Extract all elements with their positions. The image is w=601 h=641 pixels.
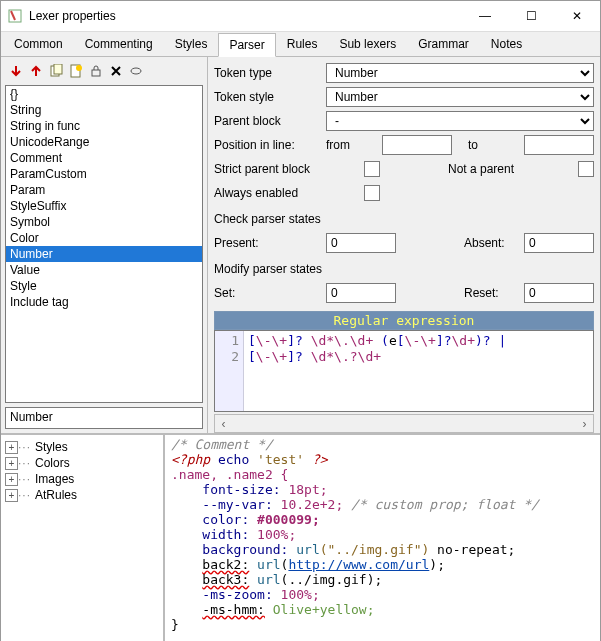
tree-item-colors[interactable]: +···Colors xyxy=(3,455,161,471)
tree-item-styles[interactable]: +···Styles xyxy=(3,439,161,455)
tab-commenting[interactable]: Commenting xyxy=(74,32,164,56)
rule-listbox[interactable]: {} String String in func UnicodeRange Co… xyxy=(5,85,203,403)
from-label: from xyxy=(326,138,374,152)
check-states-label: Check parser states xyxy=(214,212,414,226)
svg-rect-2 xyxy=(54,64,62,74)
list-item[interactable]: Symbol xyxy=(6,214,202,230)
rule-name-field[interactable]: Number xyxy=(5,407,203,429)
regex-editor[interactable]: 12 [\-\+]? \d*\.\d+ (e[\-\+]?\d+)? | [\-… xyxy=(214,330,594,412)
svg-rect-5 xyxy=(92,70,100,76)
preview-panel: /* Comment */ <?php echo 'test' ?> .name… xyxy=(165,435,600,641)
list-item[interactable]: Include tag xyxy=(6,294,202,310)
tab-parser[interactable]: Parser xyxy=(218,33,275,57)
list-item[interactable]: {} xyxy=(6,86,202,102)
always-enabled-label: Always enabled xyxy=(214,186,364,200)
parser-panel: {} String String in func UnicodeRange Co… xyxy=(1,57,600,433)
edit-icon[interactable] xyxy=(127,62,145,80)
set-label: Set: xyxy=(214,286,326,300)
to-label: to xyxy=(468,138,516,152)
regex-gutter: 12 xyxy=(215,331,244,411)
minimize-button[interactable]: — xyxy=(462,1,508,31)
copy-icon[interactable] xyxy=(47,62,65,80)
absent-label: Absent: xyxy=(464,236,524,250)
tab-styles[interactable]: Styles xyxy=(164,32,219,56)
titlebar: Lexer properties — ☐ ✕ xyxy=(1,1,600,32)
not-a-parent-label: Not a parent xyxy=(448,162,578,176)
list-item[interactable]: ParamCustom xyxy=(6,166,202,182)
new-icon[interactable] xyxy=(67,62,85,80)
absent-input[interactable] xyxy=(524,233,594,253)
strict-parent-checkbox[interactable] xyxy=(364,161,380,177)
list-item[interactable]: Param xyxy=(6,182,202,198)
list-item[interactable]: UnicodeRange xyxy=(6,134,202,150)
tree-item-images[interactable]: +···Images xyxy=(3,471,161,487)
regex-code[interactable]: [\-\+]? \d*\.\d+ (e[\-\+]?\d+)? | [\-\+]… xyxy=(244,331,510,411)
tab-grammar[interactable]: Grammar xyxy=(407,32,480,56)
regex-header: Regular expression xyxy=(214,311,594,330)
close-button[interactable]: ✕ xyxy=(554,1,600,31)
list-item[interactable]: StyleSuffix xyxy=(6,198,202,214)
present-label: Present: xyxy=(214,236,326,250)
tab-notes[interactable]: Notes xyxy=(480,32,533,56)
tab-sublexers[interactable]: Sub lexers xyxy=(328,32,407,56)
move-down-icon[interactable] xyxy=(7,62,25,80)
expand-icon[interactable]: + xyxy=(5,457,18,470)
list-item[interactable]: String xyxy=(6,102,202,118)
expand-icon[interactable]: + xyxy=(5,489,18,502)
to-input[interactable] xyxy=(524,135,594,155)
svg-point-6 xyxy=(131,68,141,74)
lower-split: +···Styles +···Colors +···Images +···AtR… xyxy=(1,433,600,641)
rule-list-panel: {} String String in func UnicodeRange Co… xyxy=(1,57,208,433)
svg-point-4 xyxy=(76,65,82,71)
present-input[interactable] xyxy=(326,233,396,253)
list-item[interactable]: String in func xyxy=(6,118,202,134)
delete-icon[interactable] xyxy=(107,62,125,80)
token-style-select[interactable]: Number xyxy=(326,87,594,107)
maximize-button[interactable]: ☐ xyxy=(508,1,554,31)
from-input[interactable] xyxy=(382,135,452,155)
list-item[interactable]: Value xyxy=(6,262,202,278)
token-type-select[interactable]: Number xyxy=(326,63,594,83)
window-title: Lexer properties xyxy=(29,9,462,23)
lock-icon[interactable] xyxy=(87,62,105,80)
preview-code[interactable]: /* Comment */ <?php echo 'test' ?> .name… xyxy=(165,435,600,641)
rule-toolbar xyxy=(1,57,207,85)
expand-icon[interactable]: + xyxy=(5,441,18,454)
parent-block-label: Parent block xyxy=(214,114,326,128)
position-label: Position in line: xyxy=(214,138,326,152)
list-item[interactable]: Style xyxy=(6,278,202,294)
modify-states-label: Modify parser states xyxy=(214,262,414,276)
scroll-left-icon[interactable]: ‹ xyxy=(215,416,232,431)
scroll-right-icon[interactable]: › xyxy=(576,416,593,431)
always-enabled-checkbox[interactable] xyxy=(364,185,380,201)
list-item[interactable]: Number xyxy=(6,246,202,262)
reset-label: Reset: xyxy=(464,286,524,300)
token-type-label: Token type xyxy=(214,66,326,80)
style-tree[interactable]: +···Styles +···Colors +···Images +···AtR… xyxy=(1,435,165,641)
parent-block-select[interactable]: - xyxy=(326,111,594,131)
list-item[interactable]: Comment xyxy=(6,150,202,166)
list-item[interactable]: Color xyxy=(6,230,202,246)
not-a-parent-checkbox[interactable] xyxy=(578,161,594,177)
regex-scrollbar[interactable]: ‹ › xyxy=(214,414,594,433)
strict-parent-label: Strict parent block xyxy=(214,162,364,176)
move-up-icon[interactable] xyxy=(27,62,45,80)
tree-item-atrules[interactable]: +···AtRules xyxy=(3,487,161,503)
token-style-label: Token style xyxy=(214,90,326,104)
tab-common[interactable]: Common xyxy=(3,32,74,56)
set-input[interactable] xyxy=(326,283,396,303)
app-icon xyxy=(7,8,23,24)
reset-input[interactable] xyxy=(524,283,594,303)
rule-form: Token type Number Token style Number Par… xyxy=(208,57,600,433)
tab-rules[interactable]: Rules xyxy=(276,32,329,56)
expand-icon[interactable]: + xyxy=(5,473,18,486)
tabstrip: Common Commenting Styles Parser Rules Su… xyxy=(1,32,600,57)
